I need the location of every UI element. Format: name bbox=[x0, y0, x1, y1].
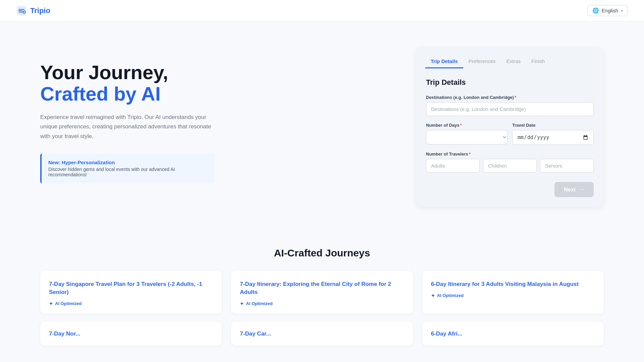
sparkle-icon-1: ✦ bbox=[240, 301, 244, 306]
trip-form-card: Trip Details Preferences Extras Finish T… bbox=[416, 48, 604, 207]
days-group: Number of Days* 123 456 78910 bbox=[426, 123, 507, 145]
next-button[interactable]: Next → bbox=[554, 182, 594, 197]
destinations-input[interactable] bbox=[426, 102, 594, 116]
ai-badge-label-2: AI Optimized bbox=[437, 293, 464, 298]
travel-date-group: Travel Date bbox=[512, 123, 594, 145]
children-input[interactable] bbox=[483, 159, 537, 173]
days-select[interactable]: 123 456 78910 bbox=[426, 130, 507, 144]
travelers-group: Number of Travelers* bbox=[426, 152, 594, 173]
journey-card-partial-title-2: 6-Day Afri... bbox=[431, 330, 595, 338]
language-selector[interactable]: 🌐 English ▾ bbox=[587, 5, 628, 16]
language-label: English bbox=[602, 8, 618, 13]
ai-badge-0: ✦ AI Optimized bbox=[49, 301, 213, 306]
journeys-grid: 7-Day Singapore Travel Plan for 3 Travel… bbox=[40, 271, 604, 314]
journey-card-title-0: 7-Day Singapore Travel Plan for 3 Travel… bbox=[49, 280, 213, 296]
callout-desc: Discover hidden gems and local events wi… bbox=[48, 167, 208, 177]
ai-badge-1: ✦ AI Optimized bbox=[240, 301, 404, 306]
days-date-row: Number of Days* 123 456 78910 Travel Dat… bbox=[426, 123, 594, 152]
logo: Tripio bbox=[16, 5, 50, 16]
journey-card-title-2: 6-Day Itinerary for 3 Adults Visiting Ma… bbox=[431, 280, 595, 288]
adults-input[interactable] bbox=[426, 159, 480, 173]
hero-section: Your Journey, Crafted by AI Experience t… bbox=[40, 48, 396, 207]
main-content: Your Journey, Crafted by AI Experience t… bbox=[0, 21, 644, 227]
journey-card-partial-title-1: 7-Day Car... bbox=[240, 330, 404, 338]
hero-title-line2: Crafted by AI bbox=[40, 83, 161, 105]
days-label: Number of Days* bbox=[426, 123, 507, 128]
logo-text: Tripio bbox=[30, 6, 50, 15]
tab-trip-details[interactable]: Trip Details bbox=[425, 55, 463, 68]
travelers-row bbox=[426, 159, 594, 173]
sparkle-icon-2: ✦ bbox=[431, 293, 435, 298]
globe-icon: 🌐 bbox=[592, 7, 599, 14]
hero-title-line1: Your Journey, bbox=[40, 61, 168, 83]
ai-badge-label-1: AI Optimized bbox=[246, 301, 272, 306]
chevron-down-icon: ▾ bbox=[621, 8, 623, 13]
ai-badge-label-0: AI Optimized bbox=[55, 301, 82, 306]
journeys-title: AI-Crafted Journeys bbox=[40, 247, 604, 259]
journeys-section: AI-Crafted Journeys 7-Day Singapore Trav… bbox=[0, 227, 644, 359]
travel-date-input[interactable] bbox=[512, 130, 594, 145]
sparkle-icon-0: ✦ bbox=[49, 301, 53, 306]
journeys-grid-partial: 7-Day Nor... 7-Day Car... 6-Day Afri... bbox=[40, 322, 604, 346]
journey-card-partial-0[interactable]: 7-Day Nor... bbox=[40, 322, 222, 346]
travelers-label: Number of Travelers* bbox=[426, 152, 594, 157]
tab-finish[interactable]: Finish bbox=[526, 55, 550, 68]
destinations-group: Destinations (e.g. London and Cambridge)… bbox=[426, 95, 594, 116]
travel-date-label: Travel Date bbox=[512, 123, 594, 128]
journey-card-2[interactable]: 6-Day Itinerary for 3 Adults Visiting Ma… bbox=[422, 271, 604, 314]
seniors-input[interactable] bbox=[540, 159, 594, 173]
hero-callout: New: Hyper-Personalization Discover hidd… bbox=[40, 154, 215, 183]
form-section-title: Trip Details bbox=[426, 78, 594, 87]
next-arrow-icon: → bbox=[578, 186, 584, 193]
journey-card-partial-2[interactable]: 6-Day Afri... bbox=[422, 322, 604, 346]
journey-card-partial-title-0: 7-Day Nor... bbox=[49, 330, 213, 338]
logo-icon bbox=[16, 5, 27, 16]
hero-title: Your Journey, Crafted by AI bbox=[40, 62, 396, 105]
hero-description: Experience travel reimagined with Tripio… bbox=[40, 113, 215, 142]
journey-card-1[interactable]: 7-Day Itinerary: Exploring the Eternal C… bbox=[231, 271, 413, 314]
journey-card-0[interactable]: 7-Day Singapore Travel Plan for 3 Travel… bbox=[40, 271, 222, 314]
journey-card-title-1: 7-Day Itinerary: Exploring the Eternal C… bbox=[240, 280, 404, 296]
next-btn-row: Next → bbox=[426, 182, 594, 197]
form-body: Trip Details Destinations (e.g. London a… bbox=[416, 68, 604, 207]
callout-title: New: Hyper-Personalization bbox=[48, 160, 208, 165]
header: Tripio 🌐 English ▾ bbox=[0, 0, 644, 21]
next-label: Next bbox=[564, 187, 576, 193]
destinations-label: Destinations (e.g. London and Cambridge)… bbox=[426, 95, 594, 100]
ai-badge-2: ✦ AI Optimized bbox=[431, 293, 595, 298]
tab-preferences[interactable]: Preferences bbox=[463, 55, 501, 68]
tab-extras[interactable]: Extras bbox=[501, 55, 526, 68]
journey-card-partial-1[interactable]: 7-Day Car... bbox=[231, 322, 413, 346]
form-tabs: Trip Details Preferences Extras Finish bbox=[416, 48, 604, 68]
